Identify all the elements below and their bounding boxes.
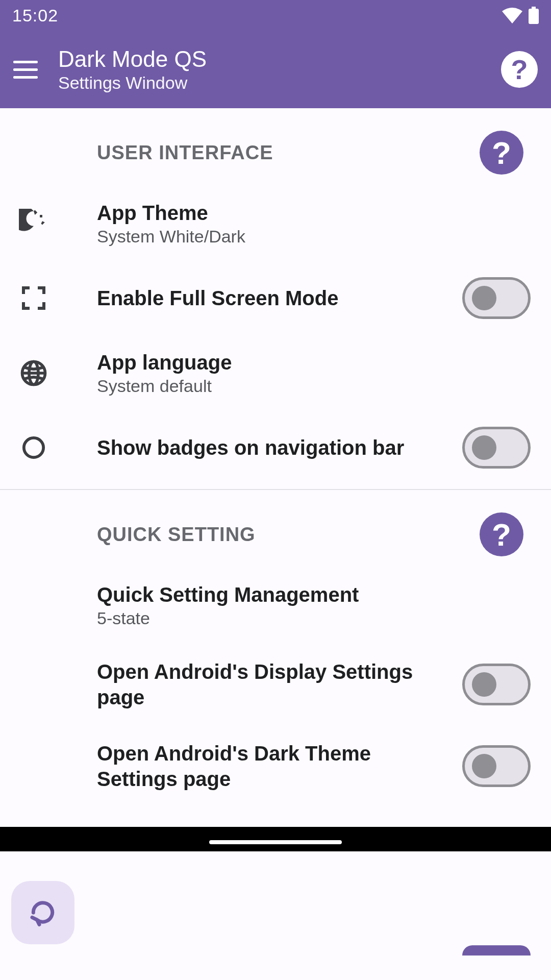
app-title: Dark Mode QS bbox=[58, 46, 501, 72]
svg-rect-1 bbox=[529, 9, 539, 24]
section-title: USER INTERFACE bbox=[97, 142, 273, 164]
status-bar: 15:02 bbox=[0, 0, 551, 31]
setting-title: App language bbox=[97, 350, 531, 375]
section-title: QUICK SETTING bbox=[97, 524, 256, 546]
setting-subtitle: System White/Dark bbox=[97, 227, 531, 247]
help-icon[interactable]: ? bbox=[501, 51, 538, 88]
dark-theme-settings-toggle[interactable] bbox=[462, 745, 531, 787]
setting-title: Open Android's Dark Theme Settings page bbox=[97, 741, 456, 792]
theme-icon bbox=[15, 205, 52, 242]
menu-icon[interactable] bbox=[13, 56, 40, 83]
settings-content: USER INTERFACE ? App Theme System White/… bbox=[0, 108, 551, 827]
globe-icon bbox=[15, 355, 52, 391]
setting-app-theme[interactable]: App Theme System White/Dark bbox=[0, 185, 551, 262]
status-icons bbox=[502, 7, 539, 24]
status-time: 15:02 bbox=[12, 6, 58, 26]
setting-dark-theme-settings[interactable]: Open Android's Dark Theme Settings page bbox=[0, 725, 551, 807]
restore-icon bbox=[29, 898, 57, 927]
app-bar-titles: Dark Mode QS Settings Window bbox=[58, 46, 501, 93]
setting-full-screen[interactable]: Enable Full Screen Mode bbox=[0, 262, 551, 334]
section-header-user-interface: USER INTERFACE ? bbox=[0, 108, 551, 185]
display-settings-toggle[interactable] bbox=[462, 664, 531, 705]
setting-qs-management[interactable]: Quick Setting Management 5-state bbox=[0, 567, 551, 644]
svg-point-5 bbox=[24, 438, 43, 457]
partial-toggle[interactable] bbox=[462, 945, 531, 955]
setting-language[interactable]: App language System default bbox=[0, 334, 551, 411]
setting-subtitle: 5-state bbox=[97, 608, 531, 628]
svg-rect-0 bbox=[532, 7, 536, 9]
full-screen-toggle[interactable] bbox=[462, 277, 531, 319]
setting-title: Use Custom Bedtime instead of Custom Sch… bbox=[97, 822, 456, 827]
gesture-handle[interactable] bbox=[209, 840, 342, 844]
setting-title: Show badges on navigation bar bbox=[97, 435, 456, 460]
battery-icon bbox=[529, 7, 539, 24]
badges-toggle[interactable] bbox=[462, 427, 531, 469]
restore-fab[interactable] bbox=[11, 881, 74, 944]
wifi-icon bbox=[502, 7, 522, 23]
circle-icon bbox=[15, 429, 52, 466]
section-help-icon[interactable]: ? bbox=[480, 512, 523, 556]
setting-display-settings[interactable]: Open Android's Display Settings page bbox=[0, 644, 551, 725]
app-subtitle: Settings Window bbox=[58, 73, 501, 93]
section-help-icon[interactable]: ? bbox=[480, 131, 523, 175]
app-bar: Dark Mode QS Settings Window ? bbox=[0, 31, 551, 108]
setting-title: Enable Full Screen Mode bbox=[97, 285, 456, 311]
fullscreen-icon bbox=[15, 280, 52, 316]
section-header-quick-setting: QUICK SETTING ? bbox=[0, 490, 551, 567]
setting-subtitle: System default bbox=[97, 376, 531, 396]
nav-bar bbox=[0, 827, 551, 851]
setting-title: App Theme bbox=[97, 200, 531, 226]
setting-title: Quick Setting Management bbox=[97, 582, 531, 607]
setting-bedtime[interactable]: Use Custom Bedtime instead of Custom Sch… bbox=[0, 807, 551, 827]
setting-badges[interactable]: Show badges on navigation bar bbox=[0, 411, 551, 484]
setting-title: Open Android's Display Settings page bbox=[97, 659, 456, 710]
